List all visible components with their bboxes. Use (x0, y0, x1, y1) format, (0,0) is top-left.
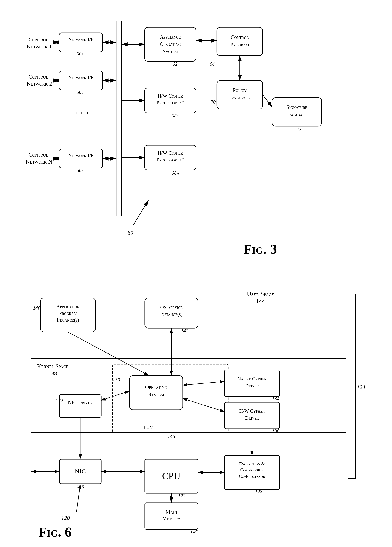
cn2-label2: Network 2 (27, 81, 52, 87)
policydb-ref: 70 (211, 99, 216, 105)
netif1-box (59, 33, 103, 52)
policydb-label2: Database (230, 95, 250, 100)
enc-ref: 128 (255, 489, 262, 494)
cn1-label: Control (28, 36, 48, 43)
svg-line-27 (183, 398, 224, 412)
aos-label1: Appliance (160, 34, 181, 40)
app-label1: Application (56, 304, 80, 309)
cpu-label: CPU (162, 471, 180, 481)
sigdb-label2: Database (287, 112, 307, 117)
pem-ref: 146 (168, 434, 175, 439)
nativecypher-ref: 134 (272, 396, 280, 402)
sigdb-ref: 72 (296, 127, 301, 132)
nativecypher-label1: Native Cypher (237, 376, 267, 382)
nicdrv-box (59, 395, 101, 417)
hwcp1-label2: Processor I/F (157, 100, 184, 105)
mem-label1: Main (166, 509, 177, 515)
hwcp1-label1: H/W Cypher (158, 93, 183, 99)
enc-label2: Compression (240, 467, 264, 472)
figure-3: Control Network 1 Network I/F 66₁ Contro… (15, 11, 377, 267)
enc-label1: Encryption & (239, 461, 265, 466)
aos-label2: Operating (160, 41, 181, 47)
ctrl-label2: Program (230, 42, 249, 48)
ctrl-box (217, 27, 263, 55)
fig3-title: Fig. 3 (244, 241, 277, 257)
cn2-label: Control (28, 73, 48, 80)
ctrl-label1: Control (231, 34, 249, 40)
nic-label: NIC (75, 468, 86, 475)
osserv-label1: OS Service (160, 305, 183, 310)
netif2-box (59, 71, 103, 90)
netifN-box (59, 149, 103, 168)
userspace-ref: 144 (256, 298, 265, 305)
page: Control Network 1 Network I/F 66₁ Contro… (0, 0, 392, 547)
ellipsis: · · · (75, 106, 89, 119)
hwcypherdrv-ref: 136 (272, 428, 280, 434)
nicdrv-label1: NIC Driver (68, 400, 93, 405)
pem-label: PEM (144, 424, 153, 430)
kernelspace-ref: 138 (48, 370, 57, 376)
cnN-label2: Network N (26, 158, 52, 165)
os-ref: 130 (113, 377, 120, 383)
aos-ref: 62 (173, 61, 178, 67)
bracket-ref: 124 (357, 384, 365, 390)
svg-line-15 (263, 95, 272, 107)
ref120: 120 (61, 515, 70, 521)
aos-label3: System (163, 48, 178, 54)
app-label3: Instance(s) (57, 317, 79, 323)
hwcpN-label2: Processor I/F (157, 157, 184, 163)
svg-line-18 (133, 200, 148, 225)
netif2-ref: 66₂ (76, 89, 84, 95)
policydb-label1: Policy (233, 87, 247, 93)
svg-line-23 (68, 332, 149, 375)
netif1-label: Network I/F (68, 37, 94, 42)
enc-box (224, 455, 280, 490)
hwcypherdrv-label1: H/W Cypher (240, 408, 265, 414)
mem-label2: Memory (162, 515, 180, 521)
userspace-label: User Space (247, 290, 274, 297)
bracket-124 (348, 294, 355, 478)
cn1-label2: Network 1 (27, 43, 52, 50)
enc-label3: Co-Processor (239, 474, 265, 479)
sigdb-label1: Signature (287, 104, 307, 110)
app-ref: 140 (33, 305, 41, 311)
hwcp1-ref: 68₁ (172, 113, 179, 119)
svg-line-25 (101, 391, 130, 400)
mem-ref: 124 (191, 528, 198, 534)
cpu-ref: 122 (178, 493, 186, 499)
app-label2: Program (59, 311, 77, 316)
fig6-title: Fig. 6 (39, 524, 72, 540)
kernelspace-label: Kernel Space (37, 363, 68, 369)
netifN-label: Network I/F (68, 153, 94, 158)
osserv-ref: 142 (181, 328, 188, 334)
ref64: 64 (210, 61, 215, 67)
svg-line-26 (183, 381, 224, 385)
hwcpN-ref: 68ₙ (172, 170, 179, 176)
ref60: 60 (128, 230, 133, 236)
os-label1: Operating (145, 384, 167, 390)
hwcypherdrv-label2: Driver (245, 415, 259, 421)
osserv-label2: Instance(s) (160, 312, 183, 317)
netif1-ref: 66₁ (76, 51, 83, 56)
netifN-ref: 66ₙ (76, 168, 83, 173)
os-label2: System (148, 391, 164, 397)
netif2-label: Network I/F (68, 75, 94, 80)
nicdrv-ref: 132 (56, 398, 63, 403)
hwcpN-label1: H/W Cypher (158, 150, 183, 156)
cnN-label: Control (28, 151, 48, 158)
nativecypher-label2: Driver (245, 383, 259, 389)
figure-6: 124 User Space 144 Application Program I… (15, 279, 377, 541)
